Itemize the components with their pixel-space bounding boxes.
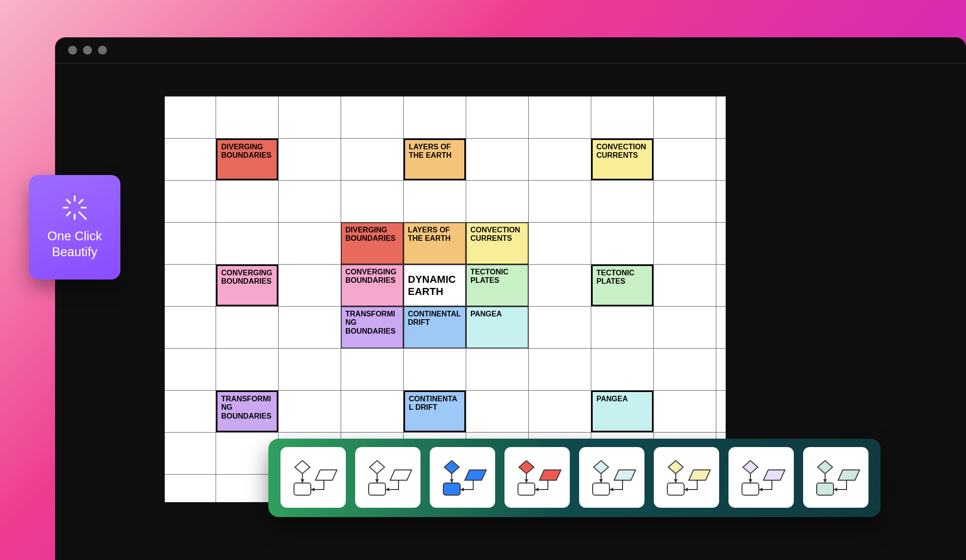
sparkle-wand-icon — [61, 194, 88, 221]
window-titlebar — [55, 37, 966, 63]
svg-marker-19 — [465, 470, 486, 480]
diagram-cell[interactable]: TRANSFORMING BOUNDARIES — [216, 391, 278, 432]
window-close-dot[interactable] — [68, 46, 77, 55]
diagram-cell[interactable]: CONVERGING BOUNDARIES — [341, 265, 403, 306]
diagram-cell[interactable]: PANGEA — [466, 307, 528, 348]
svg-marker-18 — [444, 461, 459, 474]
svg-marker-8 — [295, 461, 310, 474]
theme-preview-icon — [810, 456, 861, 499]
svg-rect-15 — [369, 483, 385, 495]
svg-marker-36 — [674, 479, 678, 483]
one-click-beautify-card[interactable]: One Click Beautify — [29, 175, 120, 280]
svg-marker-41 — [749, 479, 752, 483]
theme-preview-icon — [437, 456, 488, 499]
diagram-cell[interactable]: TECTONIC PLATES — [466, 265, 528, 306]
svg-marker-33 — [668, 461, 683, 474]
diagram-cell[interactable]: DYNAMIC EARTH — [404, 265, 466, 306]
svg-marker-44 — [838, 470, 860, 480]
theme-swatch[interactable] — [504, 447, 570, 508]
svg-marker-16 — [375, 479, 379, 483]
svg-marker-24 — [539, 470, 561, 480]
svg-marker-29 — [614, 470, 636, 480]
svg-line-5 — [79, 212, 86, 219]
diagram-cell[interactable]: CONVERGING BOUNDARIES — [216, 265, 278, 306]
diagram-cell[interactable]: CONVECTION CURRENTS — [591, 139, 653, 180]
window-zoom-dot[interactable] — [98, 46, 107, 55]
svg-marker-31 — [599, 479, 603, 483]
theme-swatch[interactable] — [280, 447, 346, 508]
theme-preview-icon — [511, 456, 563, 499]
svg-marker-27 — [535, 488, 539, 491]
theme-swatch[interactable] — [654, 447, 719, 508]
theme-swatch[interactable] — [430, 447, 495, 508]
beautify-label: One Click Beautify — [47, 229, 102, 260]
svg-rect-30 — [593, 483, 609, 495]
theme-swatch[interactable] — [579, 447, 644, 508]
diagram-cell[interactable]: TECTONIC PLATES — [591, 265, 653, 306]
window-minimize-dot[interactable] — [83, 46, 92, 55]
svg-line-7 — [67, 212, 70, 216]
svg-rect-10 — [294, 483, 311, 495]
theme-preview-icon — [362, 456, 413, 499]
svg-marker-22 — [460, 488, 464, 491]
svg-marker-43 — [818, 461, 833, 474]
theme-swatch[interactable] — [728, 447, 794, 508]
svg-marker-34 — [689, 470, 710, 480]
svg-marker-46 — [823, 479, 827, 483]
theme-swatch[interactable] — [355, 447, 420, 508]
svg-rect-20 — [443, 483, 460, 495]
svg-marker-9 — [315, 470, 337, 480]
svg-marker-14 — [390, 470, 412, 480]
svg-line-4 — [67, 200, 70, 203]
diagram-cell[interactable]: PANGEA — [591, 391, 653, 432]
diagram-cell[interactable]: TRANSFORMING BOUNDARIES — [341, 307, 403, 348]
svg-marker-38 — [743, 461, 758, 474]
svg-marker-11 — [301, 479, 304, 483]
svg-rect-25 — [518, 483, 535, 495]
svg-marker-23 — [519, 461, 534, 474]
theme-preview-icon — [586, 456, 637, 499]
theme-preview-icon — [287, 456, 339, 499]
svg-marker-21 — [450, 479, 454, 483]
svg-marker-28 — [594, 461, 609, 474]
svg-marker-37 — [684, 488, 688, 491]
svg-line-6 — [79, 200, 83, 203]
svg-marker-47 — [833, 488, 837, 491]
svg-rect-40 — [742, 483, 759, 495]
theme-swatch[interactable] — [803, 447, 868, 508]
diagram-cell[interactable]: DIVERGING BOUNDARIES — [341, 223, 403, 264]
svg-marker-13 — [370, 461, 385, 474]
diagram-cell[interactable]: DIVERGING BOUNDARIES — [216, 139, 278, 180]
theme-preview-icon — [735, 456, 787, 499]
diagram-cell[interactable]: CONTINENTAL DRIFT — [404, 391, 466, 432]
svg-marker-32 — [609, 488, 613, 491]
svg-marker-17 — [385, 488, 389, 491]
svg-rect-35 — [667, 483, 684, 495]
svg-marker-42 — [759, 488, 763, 491]
svg-rect-45 — [817, 483, 833, 495]
svg-marker-12 — [311, 488, 315, 491]
theme-tray — [268, 439, 881, 517]
svg-marker-26 — [525, 479, 528, 483]
theme-preview-icon — [661, 456, 712, 499]
diagram-cell[interactable]: LAYERS OF THE EARTH — [404, 223, 466, 264]
diagram-cell[interactable]: CONTINENTAL DRIFT — [404, 307, 466, 348]
diagram-cell[interactable]: LAYERS OF THE EARTH — [404, 139, 466, 180]
diagram-cell[interactable]: CONVECTION CURRENTS — [466, 223, 528, 264]
svg-marker-39 — [763, 470, 785, 480]
